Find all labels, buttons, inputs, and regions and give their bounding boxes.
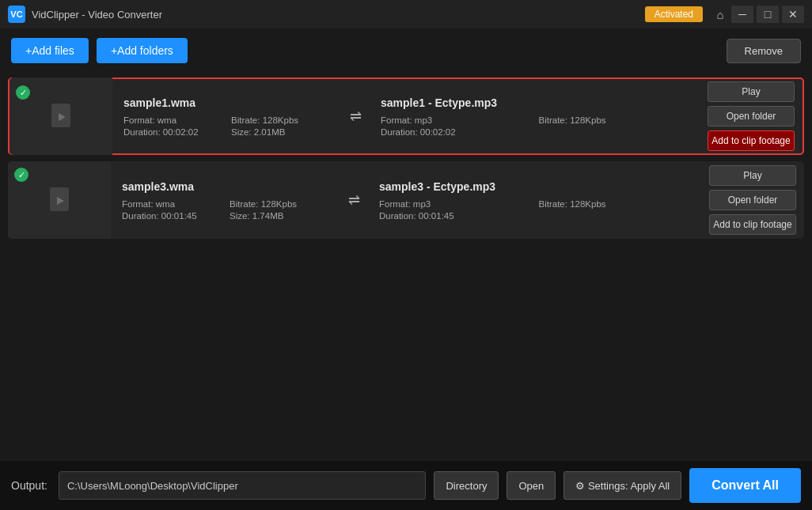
output-info: sample1 - Ectype.mp3 Format: mp3 Bitrate… [370,89,700,145]
convert-all-button[interactable]: Convert All [689,468,801,503]
format-label: Format: wma [122,199,222,209]
activated-badge[interactable]: Activated [645,6,703,22]
add-files-button[interactable]: +Add files [11,38,89,63]
convert-arrow-icon: ⇌ [340,191,368,209]
file-info: sample1.wma Format: wma Bitrate: 128Kpbs… [112,89,342,145]
close-button[interactable]: ✕ [782,6,804,23]
bottom-bar: Output: Directory Open ⚙ Settings: Apply… [0,461,812,510]
output-info: sample3 - Ectype.mp3 Format: mp3 Bitrate… [368,172,701,229]
output-format-label: Format: mp3 [381,115,531,125]
duration-label: Duration: 00:01:45 [122,211,222,221]
file-actions: Play Open folder Add to clip footage [700,75,803,157]
toolbar: +Add files +Add folders Remove [0,28,812,73]
output-metadata: Format: mp3 Bitrate: 128Kpbs Duration: 0… [379,199,690,221]
table-row: ✓ sample1.wma Format: wma Bitrate: 128Kp… [8,77,804,155]
output-metadata: Format: mp3 Bitrate: 128Kpbs Duration: 0… [381,115,689,137]
settings-button[interactable]: ⚙ Settings: Apply All [563,471,681,500]
minimize-button[interactable]: ─ [731,6,753,23]
app-logo: VC [8,6,25,23]
bitrate-label: Bitrate: 128Kpbs [231,115,331,125]
home-button[interactable]: ⌂ [709,6,731,23]
format-label: Format: wma [123,115,223,125]
output-format-label: Format: mp3 [379,199,531,209]
add-clip-footage-button[interactable]: Add to clip footage [709,214,796,235]
play-button[interactable]: Play [709,165,796,186]
output-bitrate-label: Bitrate: 128Kpbs [539,115,689,125]
open-button[interactable]: Open [507,471,556,500]
output-label: Output: [11,479,47,492]
titlebar: VC VidClipper - Video Converter Activate… [0,0,812,28]
add-clip-footage-button[interactable]: Add to clip footage [708,130,795,151]
app-title: VidClipper - Video Converter [32,9,645,21]
open-folder-button[interactable]: Open folder [709,190,796,210]
maximize-button[interactable]: □ [757,6,779,23]
size-label: Size: 2.01MB [231,127,331,137]
output-duration-label: Duration: 00:02:02 [381,127,531,137]
file-info: sample3.wma Format: wma Bitrate: 128Kpbs… [111,172,340,229]
source-filename: sample3.wma [122,180,329,193]
file-metadata: Format: wma Bitrate: 128Kpbs Duration: 0… [122,199,329,221]
output-path-input[interactable] [59,471,427,500]
output-duration-label: Duration: 00:01:45 [379,211,531,221]
size-label: Size: 1.74MB [230,211,329,221]
duration-label: Duration: 00:02:02 [123,127,223,137]
file-metadata: Format: wma Bitrate: 128Kpbs Duration: 0… [123,115,331,137]
output-filename: sample3 - Ectype.mp3 [379,180,690,193]
remove-button[interactable]: Remove [727,39,801,63]
file-actions: Play Open folder Add to clip footage [701,159,804,241]
convert-arrow-icon: ⇌ [342,108,370,125]
play-button[interactable]: Play [708,81,795,102]
source-filename: sample1.wma [123,96,331,109]
bitrate-label: Bitrate: 128Kpbs [230,199,329,209]
table-row: ✓ sample3.wma Format: wma Bitrate: 128Kp… [8,161,804,239]
output-filename: sample1 - Ectype.mp3 [381,96,689,109]
check-badge: ✓ [16,85,30,100]
add-folders-button[interactable]: +Add folders [97,38,188,63]
check-badge: ✓ [14,168,28,182]
directory-button[interactable]: Directory [434,471,499,500]
files-area: ✓ sample1.wma Format: wma Bitrate: 128Kp… [0,73,812,461]
output-bitrate-label: Bitrate: 128Kpbs [539,199,691,209]
open-folder-button[interactable]: Open folder [708,106,795,127]
window-controls: ─ □ ✕ [731,6,804,23]
